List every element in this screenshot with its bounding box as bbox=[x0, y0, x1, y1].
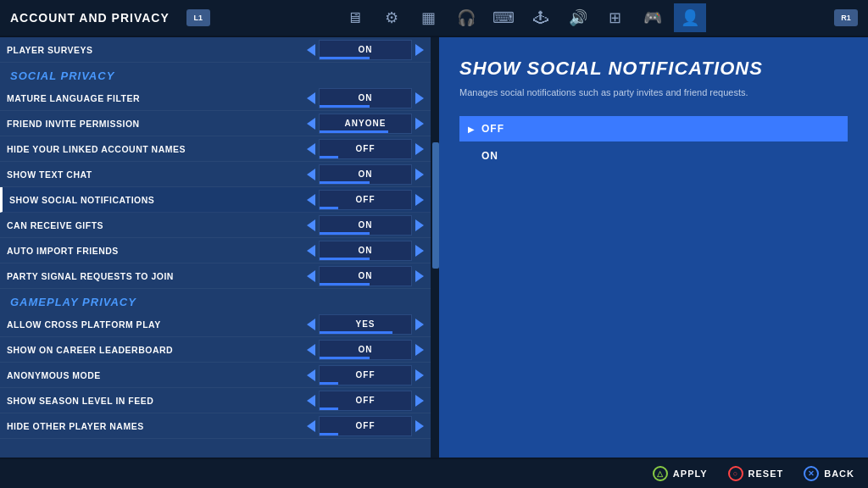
player-surveys-left-arrow[interactable] bbox=[307, 44, 315, 56]
nav-headset[interactable]: 🎧 bbox=[450, 3, 482, 32]
mature-language-left[interactable] bbox=[307, 92, 315, 104]
setting-party-signal[interactable]: PARTY SIGNAL REQUESTS TO JOIN ON bbox=[0, 263, 431, 289]
show-text-chat-left[interactable] bbox=[307, 169, 315, 180]
nav-audio[interactable]: 🔊 bbox=[562, 3, 594, 32]
nav-network[interactable]: ⊞ bbox=[599, 3, 632, 32]
anonymous-mode-left[interactable] bbox=[307, 369, 315, 381]
settings-list: PLAYER SURVEYS ON SOCIAL PRIVACY MATURE … bbox=[0, 37, 432, 458]
setting-player-surveys[interactable]: PLAYER SURVEYS ON bbox=[0, 37, 431, 63]
nav-keyboard[interactable]: ⌨ bbox=[487, 3, 520, 32]
gameplay-privacy-header: GAMEPLAY PRIVACY bbox=[0, 289, 431, 312]
reset-label: RESET bbox=[748, 469, 784, 479]
party-signal-left[interactable] bbox=[307, 270, 315, 282]
nav-gamepad[interactable]: 🎮 bbox=[637, 3, 669, 32]
l1-button[interactable]: L1 bbox=[186, 9, 210, 26]
player-surveys-right-arrow[interactable] bbox=[415, 44, 424, 56]
circle-icon: ○ bbox=[728, 466, 743, 481]
setting-friend-invite[interactable]: FRIEND INVITE PERMISSION ANYONE bbox=[0, 111, 431, 136]
setting-mature-language[interactable]: MATURE LANGUAGE FILTER ON bbox=[0, 86, 431, 111]
scrollbar[interactable] bbox=[432, 37, 439, 458]
career-leaderboard-value: ON bbox=[319, 340, 412, 360]
auto-import-value: ON bbox=[319, 241, 412, 261]
friend-invite-left[interactable] bbox=[307, 118, 315, 130]
mature-language-value: ON bbox=[319, 88, 412, 108]
party-signal-right[interactable] bbox=[415, 270, 424, 282]
option-off[interactable]: ▶ OFF bbox=[459, 116, 848, 141]
option-off-arrow: ▶ bbox=[468, 125, 475, 134]
show-social-notif-left[interactable] bbox=[307, 194, 315, 206]
party-signal-value: ON bbox=[319, 266, 412, 286]
scrollbar-thumb[interactable] bbox=[432, 142, 439, 269]
r1-button[interactable]: R1 bbox=[834, 9, 858, 26]
show-social-notif-right[interactable] bbox=[415, 194, 424, 206]
nav-person[interactable]: 👤 bbox=[674, 3, 706, 32]
hide-linked-value: OFF bbox=[319, 139, 412, 159]
can-receive-gifts-value: ON bbox=[319, 215, 412, 236]
season-level-left[interactable] bbox=[307, 395, 315, 407]
detail-panel: SHOW SOCIAL NOTIFICATIONS Manages social… bbox=[439, 37, 868, 458]
mature-language-right[interactable] bbox=[415, 92, 424, 104]
setting-auto-import-friends[interactable]: AUTO IMPORT FRIENDS ON bbox=[0, 238, 431, 263]
nav-gear[interactable]: ⚙ bbox=[376, 3, 408, 32]
season-level-value: OFF bbox=[319, 391, 412, 411]
nav-monitor[interactable]: 🖥 bbox=[338, 3, 370, 32]
anonymous-mode-value: OFF bbox=[319, 365, 412, 385]
hide-linked-right[interactable] bbox=[415, 143, 424, 155]
hide-player-names-left[interactable] bbox=[307, 420, 315, 432]
setting-cross-platform[interactable]: ALLOW CROSS PLATFORM PLAY YES bbox=[0, 312, 431, 337]
detail-title: SHOW SOCIAL NOTIFICATIONS bbox=[459, 58, 848, 80]
career-leaderboard-right[interactable] bbox=[415, 344, 424, 356]
cross-platform-right[interactable] bbox=[415, 319, 424, 330]
main-content: PLAYER SURVEYS ON SOCIAL PRIVACY MATURE … bbox=[0, 37, 868, 458]
option-off-label: OFF bbox=[481, 123, 504, 135]
setting-hide-linked[interactable]: HIDE YOUR LINKED ACCOUNT NAMES OFF bbox=[0, 136, 431, 162]
social-privacy-header: SOCIAL PRIVACY bbox=[0, 63, 431, 86]
setting-show-social-notif[interactable]: SHOW SOCIAL NOTIFICATIONS OFF bbox=[0, 187, 431, 213]
bottom-action-bar: △ APPLY ○ RESET ✕ BACK bbox=[0, 458, 868, 488]
top-navigation: ACCOUNT AND PRIVACY L1 🖥 ⚙ ▦ 🎧 ⌨ 🕹 🔊 ⊞ 🎮… bbox=[0, 0, 868, 37]
nav-display[interactable]: ▦ bbox=[413, 3, 445, 32]
can-receive-gifts-right[interactable] bbox=[415, 219, 424, 231]
career-leaderboard-left[interactable] bbox=[307, 344, 315, 356]
triangle-icon: △ bbox=[653, 466, 668, 481]
nav-icon-bar: 🖥 ⚙ ▦ 🎧 ⌨ 🕹 🔊 ⊞ 🎮 👤 bbox=[220, 3, 824, 32]
player-surveys-value: ON bbox=[319, 40, 412, 60]
option-on[interactable]: ▶ ON bbox=[459, 143, 848, 169]
cross-platform-left[interactable] bbox=[307, 319, 315, 330]
hide-player-names-value: OFF bbox=[319, 416, 412, 436]
setting-anonymous-mode[interactable]: ANONYMOUS MODE OFF bbox=[0, 363, 431, 388]
hide-linked-left[interactable] bbox=[307, 143, 315, 155]
cross-platform-value: YES bbox=[319, 314, 412, 335]
friend-invite-value: ANYONE bbox=[319, 114, 412, 134]
setting-show-text-chat[interactable]: SHOW TEXT CHAT ON bbox=[0, 162, 431, 187]
setting-career-leaderboard[interactable]: SHOW ON CAREER LEADERBOARD ON bbox=[0, 337, 431, 363]
reset-action[interactable]: ○ RESET bbox=[728, 466, 784, 481]
detail-description: Manages social notifications such as par… bbox=[459, 86, 848, 99]
x-icon: ✕ bbox=[804, 466, 819, 481]
setting-season-level[interactable]: SHOW SEASON LEVEL IN FEED OFF bbox=[0, 388, 431, 413]
apply-action[interactable]: △ APPLY bbox=[653, 466, 708, 481]
option-on-label: ON bbox=[481, 150, 498, 162]
show-text-chat-value: ON bbox=[319, 164, 412, 185]
anonymous-mode-right[interactable] bbox=[415, 369, 424, 381]
friend-invite-right[interactable] bbox=[415, 118, 424, 130]
show-social-notif-value: OFF bbox=[319, 190, 412, 210]
hide-player-names-right[interactable] bbox=[415, 420, 424, 432]
auto-import-right[interactable] bbox=[415, 245, 424, 257]
can-receive-gifts-left[interactable] bbox=[307, 219, 315, 231]
show-text-chat-right[interactable] bbox=[415, 169, 424, 180]
apply-label: APPLY bbox=[673, 469, 708, 479]
setting-hide-player-names[interactable]: HIDE OTHER PLAYER NAMES OFF bbox=[0, 413, 431, 439]
nav-controller2[interactable]: 🕹 bbox=[525, 3, 557, 32]
page-title: ACCOUNT AND PRIVACY bbox=[10, 11, 170, 25]
setting-can-receive-gifts[interactable]: CAN RECEIVE GIFTS ON bbox=[0, 213, 431, 238]
season-level-right[interactable] bbox=[415, 395, 424, 407]
back-action[interactable]: ✕ BACK bbox=[804, 466, 854, 481]
auto-import-left[interactable] bbox=[307, 245, 315, 257]
back-label: BACK bbox=[824, 469, 854, 479]
